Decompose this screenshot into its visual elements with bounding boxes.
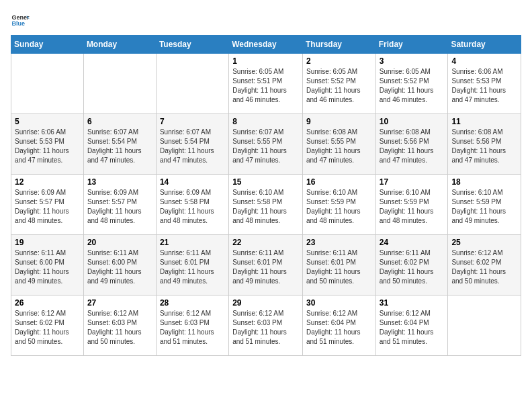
calendar-cell: 23 Sunrise: 6:11 AMSunset: 6:01 PMDaylig… — [302, 235, 375, 295]
calendar-cell: 3 Sunrise: 6:05 AMSunset: 5:52 PMDayligh… — [375, 54, 448, 114]
day-info: Sunrise: 6:10 AMSunset: 5:59 PMDaylight:… — [451, 188, 517, 226]
day-info: Sunrise: 6:12 AMSunset: 6:03 PMDaylight:… — [87, 309, 152, 347]
day-number: 28 — [160, 298, 225, 308]
calendar-cell: 15 Sunrise: 6:10 AMSunset: 5:58 PMDaylig… — [229, 175, 303, 235]
day-info: Sunrise: 6:11 AMSunset: 6:01 PMDaylight:… — [160, 248, 225, 286]
day-info: Sunrise: 6:10 AMSunset: 5:59 PMDaylight:… — [306, 188, 372, 226]
day-info: Sunrise: 6:12 AMSunset: 6:03 PMDaylight:… — [232, 309, 299, 347]
day-info: Sunrise: 6:05 AMSunset: 5:51 PMDaylight:… — [232, 67, 299, 105]
weekday-header-monday: Monday — [83, 36, 156, 54]
calendar-week-row: 5 Sunrise: 6:06 AMSunset: 5:53 PMDayligh… — [11, 114, 521, 175]
day-number: 5 — [15, 117, 80, 126]
svg-text:Blue: Blue — [11, 20, 25, 27]
day-info: Sunrise: 6:11 AMSunset: 6:00 PMDaylight:… — [15, 248, 80, 286]
day-info: Sunrise: 6:10 AMSunset: 5:58 PMDaylight:… — [232, 188, 299, 226]
day-info: Sunrise: 6:12 AMSunset: 6:02 PMDaylight:… — [451, 248, 517, 286]
day-info: Sunrise: 6:05 AMSunset: 5:52 PMDaylight:… — [306, 67, 372, 105]
day-info: Sunrise: 6:05 AMSunset: 5:52 PMDaylight:… — [380, 67, 445, 105]
calendar-cell: 18 Sunrise: 6:10 AMSunset: 5:59 PMDaylig… — [448, 175, 521, 235]
calendar-cell: 28 Sunrise: 6:12 AMSunset: 6:03 PMDaylig… — [156, 295, 228, 356]
calendar-cell: 2 Sunrise: 6:05 AMSunset: 5:52 PMDayligh… — [302, 54, 375, 114]
day-info: Sunrise: 6:11 AMSunset: 6:02 PMDaylight:… — [380, 248, 445, 286]
calendar-cell: 29 Sunrise: 6:12 AMSunset: 6:03 PMDaylig… — [229, 295, 303, 356]
calendar-cell: 9 Sunrise: 6:08 AMSunset: 5:55 PMDayligh… — [302, 114, 375, 175]
weekday-header-thursday: Thursday — [302, 36, 375, 54]
calendar-cell: 10 Sunrise: 6:08 AMSunset: 5:56 PMDaylig… — [375, 114, 448, 175]
logo-icon: General Blue — [11, 11, 30, 30]
weekday-header-wednesday: Wednesday — [229, 36, 303, 54]
calendar-cell — [156, 54, 228, 114]
calendar-cell: 21 Sunrise: 6:11 AMSunset: 6:01 PMDaylig… — [156, 235, 228, 295]
calendar-cell: 5 Sunrise: 6:06 AMSunset: 5:53 PMDayligh… — [11, 114, 84, 175]
calendar-cell: 22 Sunrise: 6:11 AMSunset: 6:01 PMDaylig… — [229, 235, 303, 295]
calendar-cell: 26 Sunrise: 6:12 AMSunset: 6:02 PMDaylig… — [11, 295, 84, 356]
calendar-week-row: 12 Sunrise: 6:09 AMSunset: 5:57 PMDaylig… — [11, 175, 521, 235]
day-info: Sunrise: 6:09 AMSunset: 5:57 PMDaylight:… — [15, 188, 80, 226]
day-number: 18 — [451, 177, 517, 187]
calendar-cell — [448, 295, 521, 356]
calendar-cell: 8 Sunrise: 6:07 AMSunset: 5:55 PMDayligh… — [229, 114, 303, 175]
calendar-cell: 14 Sunrise: 6:09 AMSunset: 5:58 PMDaylig… — [156, 175, 228, 235]
calendar-week-row: 26 Sunrise: 6:12 AMSunset: 6:02 PMDaylig… — [11, 295, 521, 356]
weekday-header-saturday: Saturday — [448, 36, 521, 54]
day-number: 22 — [232, 238, 299, 247]
day-info: Sunrise: 6:07 AMSunset: 5:54 PMDaylight:… — [87, 128, 152, 165]
day-number: 11 — [451, 117, 517, 126]
day-number: 19 — [15, 238, 80, 247]
day-number: 27 — [87, 298, 152, 308]
day-number: 8 — [232, 117, 299, 126]
calendar-cell: 1 Sunrise: 6:05 AMSunset: 5:51 PMDayligh… — [229, 54, 303, 114]
day-info: Sunrise: 6:11 AMSunset: 6:01 PMDaylight:… — [306, 248, 372, 286]
day-info: Sunrise: 6:11 AMSunset: 6:01 PMDaylight:… — [232, 248, 299, 286]
day-number: 17 — [380, 177, 445, 187]
day-info: Sunrise: 6:10 AMSunset: 5:59 PMDaylight:… — [380, 188, 445, 226]
day-info: Sunrise: 6:11 AMSunset: 6:00 PMDaylight:… — [87, 248, 152, 286]
day-info: Sunrise: 6:12 AMSunset: 6:02 PMDaylight:… — [15, 309, 80, 347]
weekday-header-sunday: Sunday — [11, 36, 84, 54]
day-info: Sunrise: 6:07 AMSunset: 5:55 PMDaylight:… — [232, 128, 299, 165]
day-number: 4 — [451, 56, 517, 66]
calendar-cell — [83, 54, 156, 114]
calendar-cell: 12 Sunrise: 6:09 AMSunset: 5:57 PMDaylig… — [11, 175, 84, 235]
day-info: Sunrise: 6:09 AMSunset: 5:58 PMDaylight:… — [160, 188, 225, 226]
calendar-week-row: 1 Sunrise: 6:05 AMSunset: 5:51 PMDayligh… — [11, 54, 521, 114]
day-number: 21 — [160, 238, 225, 247]
day-info: Sunrise: 6:07 AMSunset: 5:54 PMDaylight:… — [160, 128, 225, 165]
day-info: Sunrise: 6:09 AMSunset: 5:57 PMDaylight:… — [87, 188, 152, 226]
day-number: 16 — [306, 177, 372, 187]
page-header: General Blue — [11, 11, 521, 30]
day-number: 3 — [380, 56, 445, 66]
calendar-cell: 6 Sunrise: 6:07 AMSunset: 5:54 PMDayligh… — [83, 114, 156, 175]
day-number: 29 — [232, 298, 299, 308]
day-number: 6 — [87, 117, 152, 126]
calendar-cell: 11 Sunrise: 6:08 AMSunset: 5:56 PMDaylig… — [448, 114, 521, 175]
day-number: 30 — [306, 298, 372, 308]
weekday-header-friday: Friday — [375, 36, 448, 54]
day-number: 7 — [160, 117, 225, 126]
day-info: Sunrise: 6:06 AMSunset: 5:53 PMDaylight:… — [451, 67, 517, 105]
day-number: 31 — [380, 298, 445, 308]
calendar-cell: 4 Sunrise: 6:06 AMSunset: 5:53 PMDayligh… — [448, 54, 521, 114]
day-number: 10 — [380, 117, 445, 126]
day-number: 26 — [15, 298, 80, 308]
day-number: 24 — [380, 238, 445, 247]
day-info: Sunrise: 6:08 AMSunset: 5:56 PMDaylight:… — [380, 128, 445, 165]
calendar-cell — [11, 54, 84, 114]
weekday-header-row: SundayMondayTuesdayWednesdayThursdayFrid… — [11, 36, 521, 54]
calendar-cell: 20 Sunrise: 6:11 AMSunset: 6:00 PMDaylig… — [83, 235, 156, 295]
calendar-cell: 16 Sunrise: 6:10 AMSunset: 5:59 PMDaylig… — [302, 175, 375, 235]
day-info: Sunrise: 6:06 AMSunset: 5:53 PMDaylight:… — [15, 128, 80, 165]
day-number: 23 — [306, 238, 372, 247]
day-number: 9 — [306, 117, 372, 126]
calendar-cell: 31 Sunrise: 6:12 AMSunset: 6:04 PMDaylig… — [375, 295, 448, 356]
day-number: 2 — [306, 56, 372, 66]
day-info: Sunrise: 6:08 AMSunset: 5:56 PMDaylight:… — [451, 128, 517, 165]
day-info: Sunrise: 6:12 AMSunset: 6:04 PMDaylight:… — [306, 309, 372, 347]
calendar-cell: 7 Sunrise: 6:07 AMSunset: 5:54 PMDayligh… — [156, 114, 228, 175]
calendar-cell: 13 Sunrise: 6:09 AMSunset: 5:57 PMDaylig… — [83, 175, 156, 235]
calendar-cell: 19 Sunrise: 6:11 AMSunset: 6:00 PMDaylig… — [11, 235, 84, 295]
day-number: 1 — [232, 56, 299, 66]
day-info: Sunrise: 6:12 AMSunset: 6:03 PMDaylight:… — [160, 309, 225, 347]
day-number: 20 — [87, 238, 152, 247]
day-number: 14 — [160, 177, 225, 187]
